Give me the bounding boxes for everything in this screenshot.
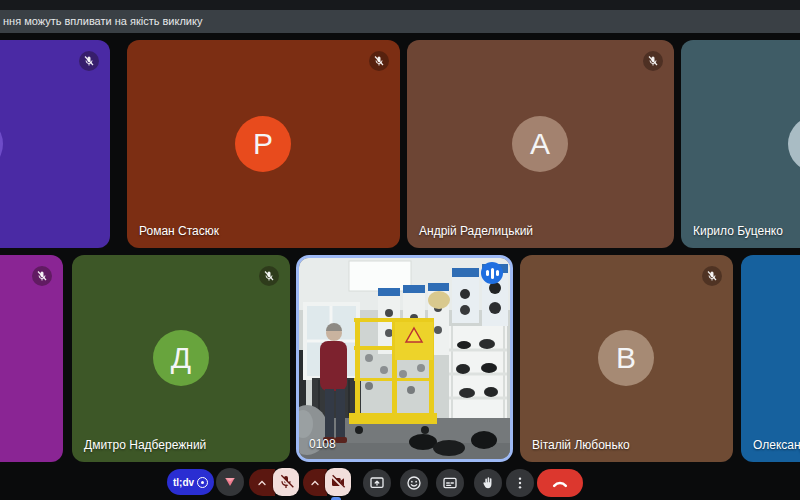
participant-name: Дмитро Надбережний [84,438,206,452]
present-screen-button[interactable] [363,469,391,497]
more-options-button[interactable] [506,469,534,497]
tldv-logo-button[interactable] [216,468,244,496]
tldv-record-button[interactable]: tl;dv [167,469,214,495]
participant-tile[interactable]: Р Роман Стасюк [127,40,400,248]
camera-off-icon [330,474,346,490]
chevron-up-icon [309,477,321,489]
connection-quality-banner: ння можуть впливати на якість виклику [0,10,800,33]
mic-off-icon [278,474,294,490]
participant-name: Андрій Раделицький [419,224,533,238]
chevron-up-icon [256,477,268,489]
raise-hand-button[interactable] [474,469,502,497]
participant-tile-partial[interactable]: Олександр [741,255,800,462]
reactions-smiley-icon [406,475,422,491]
active-speaker-video-tile[interactable]: 0108 [296,255,513,462]
mic-muted-icon [32,266,52,286]
speaker-level-icon [481,262,503,284]
avatar: Р [235,116,291,172]
avatar: Д [153,330,209,386]
raise-hand-icon [480,475,496,491]
reactions-button[interactable] [400,469,428,497]
avatar [788,116,800,172]
tldv-logo-triangle-icon [223,475,237,489]
avatar [0,116,3,172]
camera-options-button[interactable] [303,469,327,496]
mic-muted-icon [643,51,663,71]
more-options-icon [512,475,528,491]
participant-tile-partial[interactable] [0,255,63,462]
participant-name: Віталій Любонько [532,438,630,452]
participant-name: Олександр [753,438,800,452]
participant-name: 0108 [309,437,336,451]
participant-name: Роман Стасюк [139,224,219,238]
participant-name: Кирило Буценко [693,224,783,238]
mic-muted-icon [79,51,99,71]
end-call-button[interactable] [537,469,583,497]
participant-tile[interactable]: Д Дмитро Надбережний [72,255,290,462]
avatar: А [512,116,568,172]
end-call-icon [550,473,570,493]
mic-muted-icon [259,266,279,286]
video-feed [299,258,510,459]
participant-tile[interactable]: А Андрій Раделицький [407,40,674,248]
present-screen-icon [369,475,385,491]
mic-muted-icon [702,266,722,286]
participant-tile-partial[interactable]: Кирило Буценко [681,40,800,248]
captions-icon [442,475,458,491]
camera-toggle-button[interactable] [325,468,351,496]
captions-button[interactable] [436,469,464,497]
record-icon [197,477,208,488]
top-strip [0,0,800,10]
meet-window: ння можуть впливати на якість виклику Р … [0,0,800,500]
avatar: В [598,330,654,386]
mic-muted-icon [369,51,389,71]
mic-toggle-button[interactable] [273,468,299,496]
participant-tile[interactable]: В Віталій Любонько [520,255,733,462]
mic-options-button[interactable] [249,469,275,496]
participant-tile-partial[interactable] [0,40,110,248]
